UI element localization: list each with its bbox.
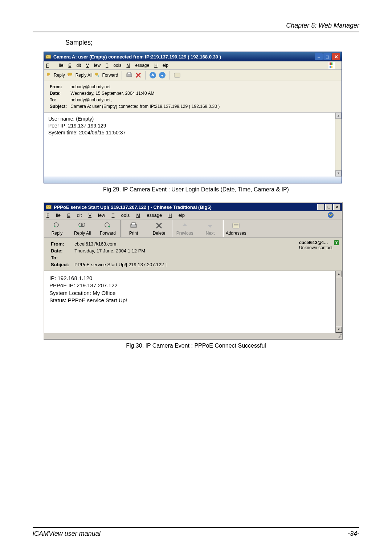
scroll-down-icon[interactable]: ▼ [335, 170, 342, 177]
menu-edit[interactable]: Edit [67, 212, 82, 218]
contact-card[interactable]: cbcel613@1... Unknown contact ? [299, 240, 332, 251]
scrollbar[interactable]: ▲ ▼ [335, 271, 342, 333]
contact-sub: Unknown contact [299, 245, 332, 250]
menu-edit[interactable]: Edit [68, 63, 81, 68]
delete-button[interactable]: Delete [146, 221, 172, 236]
message-body: User name: (Empty) Peer IP: 219.137.199.… [44, 113, 342, 177]
status-bar [44, 177, 342, 183]
svg-rect-24 [132, 223, 135, 225]
from-label: From: [48, 84, 68, 90]
contact-name: cbcel613@1... [299, 240, 332, 245]
message-body: IP: 192.168.1.120 PPPoE IP: 219.137.207.… [44, 271, 342, 333]
date-label: Date: [48, 90, 68, 96]
figure-caption-29: Fig.29. IP Camera Event : User Login Det… [33, 186, 359, 193]
svg-rect-2 [330, 62, 331, 65]
status-bar: ⁄⁄ [44, 333, 342, 339]
menu-tools[interactable]: Tools [112, 212, 130, 218]
subject-value: PPPoE service Start Up![ 219.137.207.122… [72, 262, 169, 268]
toolbar-separator [145, 71, 146, 80]
message-headers: From:cbcel613@163.com Date:Thursday, 17 … [44, 238, 342, 271]
svg-point-6 [47, 73, 50, 76]
window-title: PPPoE service Start Up!( 219.137.207.122… [54, 204, 317, 210]
subject-value: Camera A: user (Empty) connected from IP… [69, 104, 221, 109]
body-line: IP: 192.168.1.120 [49, 275, 337, 282]
date-value: Thursday, 17 June, 2004 1:12 PM [72, 248, 169, 254]
close-button[interactable]: × [333, 204, 340, 210]
forward-button[interactable]: Forward [95, 221, 121, 236]
reply-all-button[interactable]: Reply All [70, 221, 95, 236]
menu-view[interactable]: View [88, 212, 105, 218]
forward-button[interactable]: Forward [94, 72, 118, 78]
body-line: Status: PPPoE service Start Up! [49, 297, 337, 304]
body-line: System time: 2004/09/15 11:50:37 [48, 129, 337, 136]
menu-help[interactable]: Help [168, 212, 185, 218]
menu-bar: File Edit View Tools Message Help [44, 61, 342, 70]
to-label: To: [48, 97, 68, 103]
menu-help[interactable]: Help [154, 63, 168, 68]
toolbar-separator [122, 71, 122, 80]
footer-right: -34- [348, 530, 359, 538]
date-label: Date: [49, 248, 72, 254]
screenshot-1: Camera A: user (Empty) connected from IP… [44, 52, 342, 183]
window-titlebar[interactable]: PPPoE service Start Up!( 219.137.207.122… [44, 203, 342, 211]
reply-button[interactable]: Reply [44, 221, 70, 236]
next-button[interactable] [159, 72, 166, 79]
previous-button[interactable] [149, 72, 156, 79]
scroll-down-icon[interactable]: ▼ [336, 327, 342, 333]
toolbar: Reply Reply All Forward [44, 70, 342, 81]
window-title: Camera A: user (Empty) connected from IP… [53, 54, 314, 60]
svg-rect-27 [233, 223, 239, 228]
date-value: Wednesday, 15 September, 2004 11:40 AM [69, 90, 221, 96]
scroll-up-icon[interactable]: ▲ [335, 113, 342, 119]
subject-label: Subject: [49, 262, 72, 268]
addresses-button[interactable] [173, 72, 181, 78]
svg-point-9 [95, 73, 98, 76]
delete-button[interactable] [135, 72, 142, 78]
print-button[interactable]: Print [121, 221, 146, 236]
envelope-icon [45, 54, 51, 60]
svg-point-21 [81, 223, 85, 227]
close-button[interactable]: ✕ [332, 53, 340, 60]
reply-all-button[interactable]: Reply All [67, 72, 93, 78]
previous-button: Previous [172, 221, 197, 236]
svg-point-18 [328, 212, 334, 218]
samples-label: Samples; [65, 39, 359, 46]
menu-file[interactable]: File [46, 63, 63, 68]
menu-file[interactable]: File [46, 212, 61, 218]
window-titlebar[interactable]: Camera A: user (Empty) connected from IP… [44, 52, 342, 61]
minimize-button[interactable]: _ [317, 204, 324, 210]
next-button: Next [197, 221, 223, 236]
oe-logo-icon [327, 212, 334, 218]
svg-rect-11 [128, 72, 131, 74]
message-headers: From:nobody@nobody.net Date:Wednesday, 1… [44, 81, 342, 113]
menu-bar: File Edit View Tools Message Help [44, 211, 342, 219]
from-value: cbcel613@163.com [72, 241, 169, 247]
ie-logo-icon [328, 62, 335, 69]
svg-point-8 [69, 73, 72, 76]
svg-rect-16 [174, 73, 180, 77]
menu-view[interactable]: View [86, 63, 101, 68]
footer-left: iCAMView user manual [33, 530, 101, 538]
svg-rect-3 [331, 62, 332, 65]
minimize-button[interactable]: – [315, 53, 323, 60]
svg-rect-4 [330, 66, 331, 68]
screenshot-2: PPPoE service Start Up!( 219.137.207.122… [44, 202, 343, 340]
menu-message[interactable]: Message [136, 212, 162, 218]
figure-caption-30: Fig.30. IP Camera Event : PPPoE Connect … [33, 343, 359, 349]
page-footer: iCAMView user manual -34- [33, 527, 359, 538]
maximize-button[interactable]: □ [323, 53, 331, 60]
maximize-button[interactable]: □ [325, 204, 332, 210]
scroll-up-icon[interactable]: ▲ [336, 271, 342, 277]
svg-rect-5 [331, 66, 332, 68]
scrollbar[interactable]: ▲ ▼ [335, 113, 342, 177]
body-line: PPPoE IP: 219.137.207.122 [49, 282, 337, 289]
reply-button[interactable]: Reply [46, 72, 65, 78]
menu-message[interactable]: Message [126, 63, 149, 68]
menu-tools[interactable]: Tools [106, 63, 121, 68]
addresses-button[interactable]: Addresses [223, 221, 249, 236]
contact-help-icon[interactable]: ? [334, 240, 339, 245]
to-label: To: [49, 255, 72, 261]
print-button[interactable] [126, 72, 133, 78]
body-line: System Location: My Office [49, 289, 337, 297]
envelope-icon [46, 204, 52, 210]
